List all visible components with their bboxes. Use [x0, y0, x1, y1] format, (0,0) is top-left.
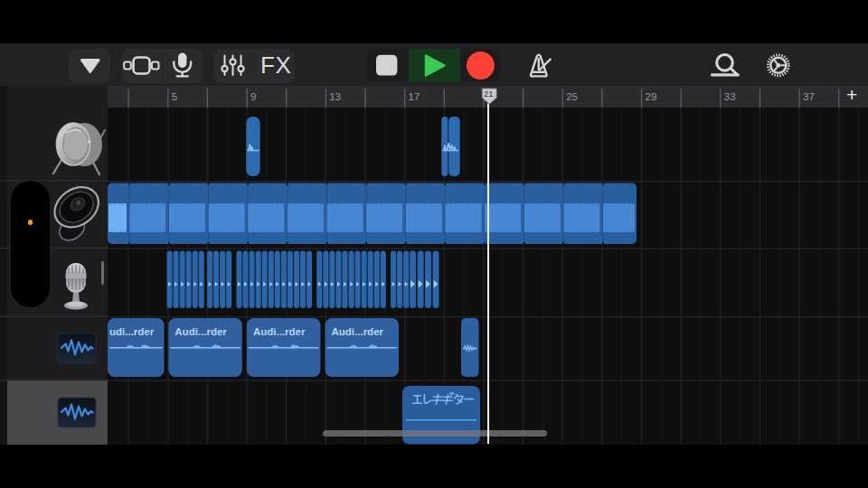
svg-text:13: 13 [329, 91, 341, 102]
svg-text:29: 29 [646, 91, 657, 102]
svg-text:9: 9 [250, 91, 256, 102]
svg-text:37: 37 [803, 91, 815, 102]
svg-text:Audi...rder: Audi...rder [253, 326, 306, 337]
svg-text:17: 17 [409, 91, 420, 102]
svg-text:25: 25 [566, 91, 578, 102]
svg-text:21: 21 [484, 89, 494, 99]
svg-text:5: 5 [172, 91, 177, 102]
svg-text:33: 33 [724, 91, 736, 102]
svg-text:Audi...rder: Audi...rder [175, 326, 227, 337]
svg-text:Audi...rder: Audi...rder [332, 326, 384, 337]
svg-text:+: + [846, 86, 857, 105]
svg-text:FX: FX [260, 52, 291, 79]
svg-text:udi...rder: udi...rder [109, 326, 155, 337]
